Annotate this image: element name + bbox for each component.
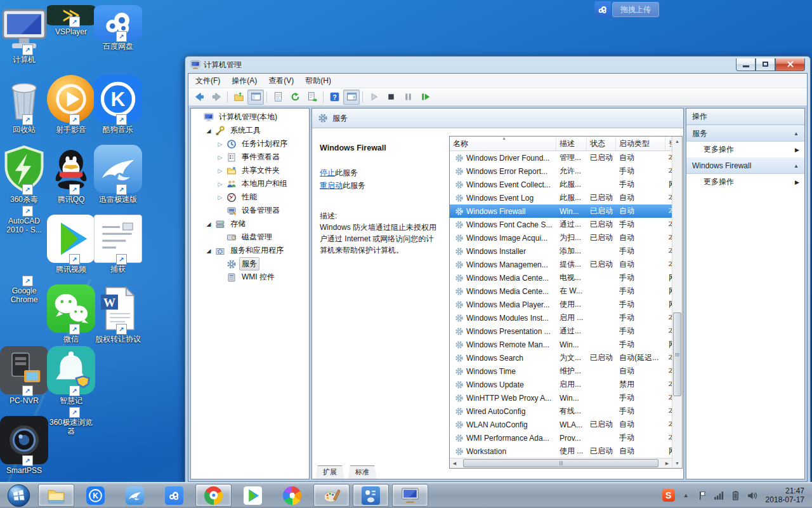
battery-icon[interactable]: [730, 490, 741, 501]
service-row[interactable]: Windows Driver Found... 管理... 已启动 自动 本地: [450, 151, 672, 164]
desktop-icon-7[interactable]: ↗ 腾讯QQ: [47, 145, 95, 204]
service-row[interactable]: Wired AutoConfig 有线... 手动 本地: [450, 404, 672, 418]
tree-node-3[interactable]: ▷ 事件查看器: [191, 150, 309, 164]
titlebar[interactable]: 计算机管理: [188, 57, 808, 73]
restart-service-icon[interactable]: [417, 90, 433, 105]
column-header-0[interactable]: 名称▴: [450, 137, 556, 150]
service-row[interactable]: Windows Font Cache S... 通过... 已启动 手动 本地: [450, 218, 672, 231]
stop-service-link[interactable]: 停止: [320, 168, 335, 177]
desktop-icon-10[interactable]: ↗ 腾讯视频: [47, 215, 95, 274]
service-row[interactable]: Windows Time 维护... 自动 本地: [450, 364, 672, 378]
minimize-button[interactable]: [736, 58, 756, 71]
service-row[interactable]: Windows Media Cente... 电视... 手动 网络: [450, 271, 672, 284]
horizontal-scrollbar[interactable]: ◀ ▶: [450, 458, 672, 468]
desktop-icon-1[interactable]: ≫ ↗ VSPlayer: [47, 5, 95, 36]
menu-item-3[interactable]: 帮助(H): [299, 74, 337, 88]
action-section-header[interactable]: Windows Firewall▲: [686, 157, 804, 174]
taskbar-button-computer-management-icon[interactable]: [392, 484, 428, 507]
properties-icon[interactable]: [270, 90, 286, 105]
restore-button[interactable]: [756, 58, 775, 71]
menu-item-2[interactable]: 查看(V): [263, 74, 299, 88]
scroll-up-icon[interactable]: ▲: [672, 137, 682, 146]
taskbar-button-baidu-netdisk-icon[interactable]: [156, 484, 192, 507]
service-row[interactable]: Windows Managemen... 提供... 已启动 自动 本地: [450, 258, 672, 271]
desktop-icon-0[interactable]: ↗ 计算机: [0, 5, 48, 64]
more-actions-item[interactable]: 更多操作▶: [686, 142, 804, 157]
desktop-icon-6[interactable]: ↗ 360杀毒: [0, 145, 48, 204]
action-pane-toggle-icon[interactable]: [343, 90, 360, 105]
desktop-icon-8[interactable]: ↗ 迅雷极速版: [94, 145, 142, 204]
refresh-icon[interactable]: [287, 90, 303, 105]
action-section-header[interactable]: 服务▲: [686, 125, 804, 142]
close-button[interactable]: [775, 58, 805, 71]
tree-node-12[interactable]: WMI 控件: [191, 271, 309, 284]
console-tree-toggle-icon[interactable]: [247, 90, 264, 105]
vertical-scroll-thumb[interactable]: [673, 312, 681, 396]
service-row[interactable]: Windows Installer 添加... 手动 本地: [450, 244, 672, 258]
taskbar-clock[interactable]: 21:47 2018-07-17: [766, 486, 804, 504]
service-row[interactable]: Windows Remote Man... Win... 手动 网络: [450, 338, 672, 351]
taskbar-button-kugou-icon[interactable]: K: [77, 484, 114, 507]
service-row[interactable]: Windows Media Player... 使用... 手动 网络: [450, 298, 672, 311]
tree-node-9[interactable]: 磁盘管理: [191, 231, 309, 244]
tree-node-5[interactable]: ▷ 本地用户和组: [191, 177, 309, 190]
taskbar-button-tencent-video-icon[interactable]: [235, 484, 271, 507]
service-row[interactable]: Windows Firewall Win... 已启动 自动 本地: [450, 204, 672, 218]
tree-node-10[interactable]: ◢ 服务和应用程序: [191, 244, 309, 257]
restart-service-link[interactable]: 重启动: [320, 181, 343, 190]
sogou-icon[interactable]: S: [662, 489, 675, 502]
scroll-down-icon[interactable]: ▼: [672, 458, 682, 468]
menu-item-1[interactable]: 操作(A): [226, 74, 263, 88]
taskbar-button-xunlei-icon[interactable]: [117, 484, 153, 507]
desktop-icon-14[interactable]: W ↗ 股权转让协议: [94, 284, 142, 344]
desktop-icon-5[interactable]: K ↗ 酷狗音乐: [94, 75, 142, 134]
service-row[interactable]: WMI Performance Ada... Prov... 手动 本地: [450, 431, 672, 444]
desktop-icon-9[interactable]: 2010A ↗ AutoCAD 2010 - S...: [0, 215, 48, 234]
vertical-scrollbar[interactable]: ▲ ▼: [672, 137, 682, 468]
tree-node-8[interactable]: ◢ 存储: [191, 217, 309, 231]
taskbar-button-chrome-icon[interactable]: [195, 484, 232, 507]
pause-service-icon[interactable]: [400, 90, 416, 105]
taskbar-button-explorer-icon[interactable]: [38, 484, 74, 507]
service-row[interactable]: Windows Error Report... 允许... 手动 本地: [450, 164, 672, 178]
desktop-icon-18[interactable]: ↗ 360极速浏览器: [47, 416, 95, 436]
service-row[interactable]: Windows Media Cente... 在 W... 手动 网络: [450, 284, 672, 298]
taskbar-button-360-browser-icon[interactable]: [274, 484, 310, 507]
service-row[interactable]: Windows Modules Inst... 启用 ... 手动 本地: [450, 311, 672, 324]
more-actions-item[interactable]: 更多操作▶: [686, 174, 804, 190]
forward-icon[interactable]: [208, 90, 225, 105]
netdisk-upload-widget[interactable]: 拖拽上传: [594, 1, 659, 18]
tab-0[interactable]: 扩展: [315, 465, 345, 479]
tree-node-2[interactable]: ▷ 任务计划程序: [191, 137, 309, 150]
start-button[interactable]: [4, 483, 33, 508]
scroll-left-icon[interactable]: ◀: [450, 458, 459, 468]
network-icon[interactable]: [714, 490, 724, 501]
tree-node-1[interactable]: ◢ 系统工具: [191, 124, 309, 137]
service-row[interactable]: Windows Image Acqui... 为扫... 已启动 自动 本地: [450, 231, 672, 244]
tree-node-11[interactable]: 服务: [191, 257, 309, 271]
start-service-icon[interactable]: [365, 90, 382, 105]
scroll-right-icon[interactable]: ▶: [662, 458, 672, 468]
service-row[interactable]: Windows Event Log 此服... 已启动 自动 本地: [450, 191, 672, 204]
tree-node-6[interactable]: ▷ 性能: [191, 190, 309, 204]
service-row[interactable]: Windows Event Collect... 此服... 手动 网络: [450, 178, 672, 191]
stop-service-icon[interactable]: [383, 90, 399, 105]
desktop-icon-13[interactable]: ↗ 微信: [47, 284, 95, 344]
help-icon[interactable]: ?: [326, 90, 343, 105]
hidden-icons-icon[interactable]: ▲: [681, 490, 691, 501]
horizontal-scroll-thumb[interactable]: [463, 459, 658, 467]
desktop-icon-16[interactable]: ↗ 智慧记: [47, 346, 95, 405]
desktop-icon-12[interactable]: ↗ Google Chrome: [0, 284, 48, 304]
taskbar-button-remote-config-icon[interactable]: [353, 484, 389, 507]
desktop-icon-4[interactable]: ↗ 射手影音: [47, 75, 95, 134]
tree-node-7[interactable]: 设备管理器: [191, 204, 309, 217]
desktop-icon-3[interactable]: ↗ 回收站: [0, 75, 48, 134]
up-folder-icon[interactable]: [230, 90, 247, 105]
column-header-3[interactable]: 启动类型: [616, 137, 665, 150]
desktop-icon-15[interactable]: ↗ PC-NVR: [0, 346, 48, 405]
service-row[interactable]: Windows Update 启用... 禁用 本地: [450, 378, 672, 391]
desktop-icon-2[interactable]: ↗ 百度网盘: [94, 5, 142, 51]
volume-icon[interactable]: [747, 490, 757, 501]
export-list-icon[interactable]: [304, 90, 320, 105]
column-header-2[interactable]: 状态: [587, 137, 616, 150]
